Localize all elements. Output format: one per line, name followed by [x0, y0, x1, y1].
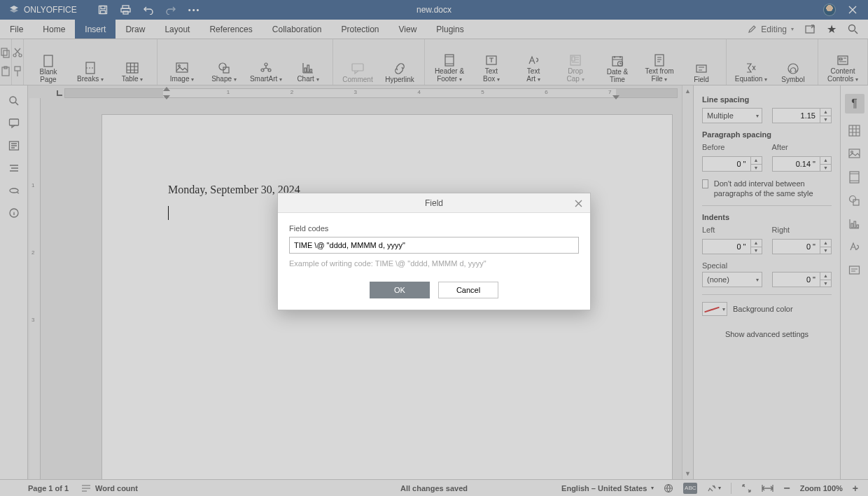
- dialog-title-bar: Field: [278, 193, 590, 213]
- field-codes-label: Field codes: [289, 224, 579, 233]
- close-icon: [575, 200, 582, 207]
- field-dialog: Field Field codes Example of writing cod…: [277, 193, 591, 310]
- ok-button[interactable]: OK: [370, 282, 430, 298]
- dialog-title: Field: [425, 198, 443, 208]
- cancel-button[interactable]: Cancel: [438, 282, 498, 298]
- field-codes-hint: Example of writing code: TIME \@ "dddd, …: [289, 259, 579, 268]
- dialog-close-button[interactable]: [572, 197, 584, 209]
- field-codes-input[interactable]: [289, 237, 579, 254]
